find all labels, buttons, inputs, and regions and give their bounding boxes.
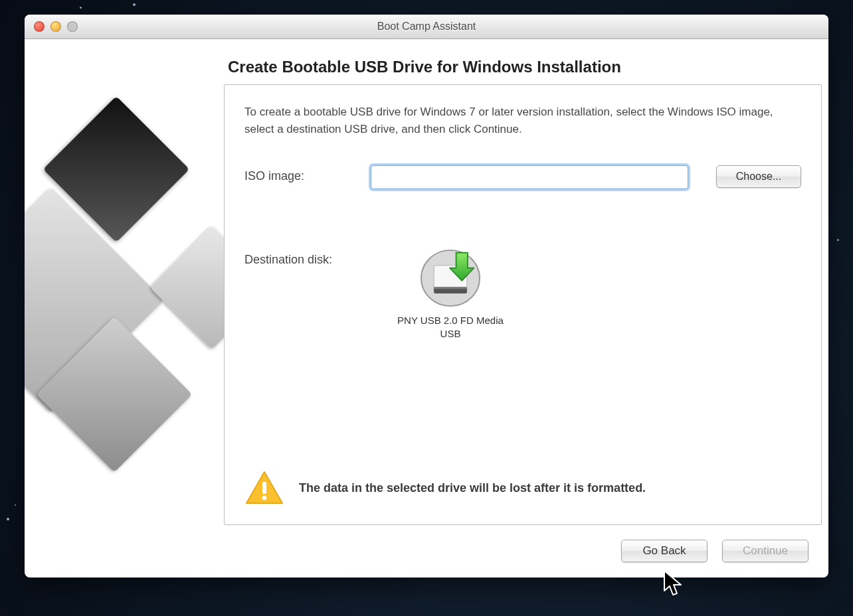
intro-text: To create a bootable USB drive for Windo… [244,104,801,139]
window-title: Boot Camp Assistant [25,21,828,33]
disk-name-line1: PNY USB 2.0 FD Media [371,314,530,327]
main-window: Boot Camp Assistant Create Bootable USB … [25,15,828,578]
page-title: Create Bootable USB Drive for Windows In… [228,58,808,76]
go-back-button[interactable]: Go Back [621,540,708,562]
iso-path-input[interactable] [371,165,688,189]
bootcamp-logo [45,84,224,525]
svg-point-5 [262,496,267,501]
content-panel: To create a bootable USB drive for Windo… [224,84,822,525]
iso-label: ISO image: [244,165,371,183]
svg-rect-3 [434,287,467,289]
warning-text: The data in the selected drive will be l… [299,481,646,495]
destination-label: Destination disk: [244,249,371,267]
warning-icon [244,470,284,506]
svg-rect-4 [262,482,266,494]
choose-button[interactable]: Choose... [716,165,801,188]
titlebar: Boot Camp Assistant [25,15,828,39]
destination-disk[interactable]: PNY USB 2.0 FD Media USB [371,249,530,341]
disk-name-line2: USB [371,327,530,341]
disk-download-icon [420,249,481,307]
continue-button[interactable]: Continue [722,540,808,562]
